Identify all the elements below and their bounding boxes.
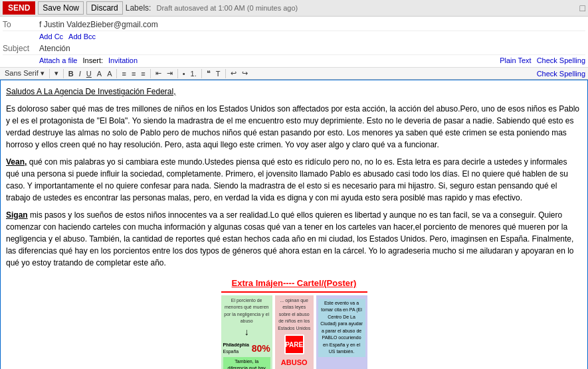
save-now-button[interactable]: Save Now (38, 1, 84, 15)
undo-button[interactable]: ↩ (229, 68, 239, 78)
greeting: Saludos A La Agencia De Investigación Fe… (6, 86, 582, 98)
align-center-button[interactable]: ≡ (130, 69, 138, 78)
extra-image-label: Extra Imájen---- Cartel/(Poster) (6, 277, 582, 293)
poster-arrow: ↓ (245, 325, 249, 339)
align-right-button[interactable]: ≡ (139, 69, 147, 78)
poster-spain: España (223, 348, 249, 356)
poster-pct1: 80% (252, 342, 270, 356)
paragraph-1: Es doloroso saber qué mas de tres millon… (6, 103, 582, 151)
highlight-button[interactable]: A (105, 69, 114, 78)
email-header: To f Justin ValdezBieber@gmail.com Add C… (0, 17, 588, 68)
attach-row: Attach a file Insert: Invitation Plain T… (3, 55, 585, 66)
check-spelling-link[interactable]: Check Spelling (537, 70, 585, 78)
add-cc-link[interactable]: Add Cc (39, 33, 63, 40)
poster-stop-sign: PARE (284, 334, 304, 354)
check-spelling-header-link[interactable]: Check Spelling (537, 56, 585, 64)
poster-container: El porciento de menores qué mueren por l… (221, 295, 367, 370)
subject-value[interactable]: Atención (39, 44, 585, 53)
paragraph-2: Vean, qué con mis palabras yo si cambiar… (6, 156, 582, 204)
attach-file-link[interactable]: Attach a file (39, 56, 77, 64)
paragraph-3: Sigan mis pasos y los sueños de estos ni… (6, 209, 582, 269)
bullets-button[interactable]: • (181, 69, 187, 78)
send-button[interactable]: SEND (3, 1, 35, 15)
poster-blue-box: Este evento va a tomar cita en PA (El Ce… (318, 299, 365, 357)
formatting-toolbar: Sans Serif ▾ ▾ B I U A A ≡ ≡ ≡ ⇤ ⇥ • 1. … (0, 68, 588, 80)
poster-center-top: ... opinan que estas leyes sobre el abus… (277, 297, 312, 332)
add-bcc-link[interactable]: Add Bcc (68, 33, 96, 40)
to-label: To (3, 20, 39, 29)
autosave-status: Draft autosaved at 1:00 AM (0 minutes ag… (156, 4, 298, 12)
toolbar: SEND Save Now Discard Labels: Draft auto… (0, 0, 588, 17)
underline-button[interactable]: U (84, 69, 94, 78)
blockquote-button[interactable]: ❝ (205, 68, 213, 78)
poster-left-top: El porciento de menores qué mueren por l… (223, 297, 270, 325)
compose-area[interactable]: Saludos A La Agencia De Investigación Fe… (0, 80, 588, 369)
insert-label: Insert: (82, 56, 103, 64)
poster-left-panel: El porciento de menores qué mueren por l… (221, 295, 272, 370)
to-row: To f Justin ValdezBieber@gmail.com (3, 18, 585, 31)
numbering-button[interactable]: 1. (189, 69, 199, 78)
extra-image-section: Extra Imájen---- Cartel/(Poster) El porc… (6, 277, 582, 369)
to-value[interactable]: f Justin ValdezBieber@gmail.com (39, 20, 585, 29)
subject-label: Subject (3, 44, 39, 53)
insert-invitation-link[interactable]: Invitation (108, 56, 138, 64)
poster-center-panel: ... opinan que estas leyes sobre el abus… (275, 295, 314, 370)
font-color-button[interactable]: A (95, 69, 104, 78)
poster-philadelphia: Philadéphia (223, 342, 249, 349)
remove-format-button[interactable]: T (214, 69, 223, 78)
cc-bcc-row: Add Cc Add Bcc (3, 31, 585, 42)
indent-less-button[interactable]: ⇤ (153, 68, 163, 78)
font-selector[interactable]: Sans Serif ▾ (3, 68, 47, 78)
poster-right-panel: Este evento va a tomar cita en PA (El Ce… (316, 295, 367, 370)
redo-button[interactable]: ↪ (240, 68, 250, 78)
close-icon[interactable]: □ (580, 3, 585, 13)
labels-label: Labels: (126, 3, 151, 13)
italic-button[interactable]: I (77, 69, 83, 78)
plain-text-link[interactable]: Plain Text (500, 56, 532, 64)
align-left-button[interactable]: ≡ (120, 69, 128, 78)
poster-abuse-text: ABUSO (281, 357, 308, 368)
poster-green-box: Tambien, la diferencia qué hay entre los… (223, 357, 270, 370)
indent-more-button[interactable]: ⇥ (165, 68, 175, 78)
subject-row: Subject Atención (3, 42, 585, 55)
font-size-selector[interactable]: ▾ (52, 68, 60, 78)
bold-button[interactable]: B (66, 69, 76, 78)
discard-button[interactable]: Discard (86, 1, 123, 15)
email-body: Saludos A La Agencia De Investigación Fe… (6, 86, 582, 369)
